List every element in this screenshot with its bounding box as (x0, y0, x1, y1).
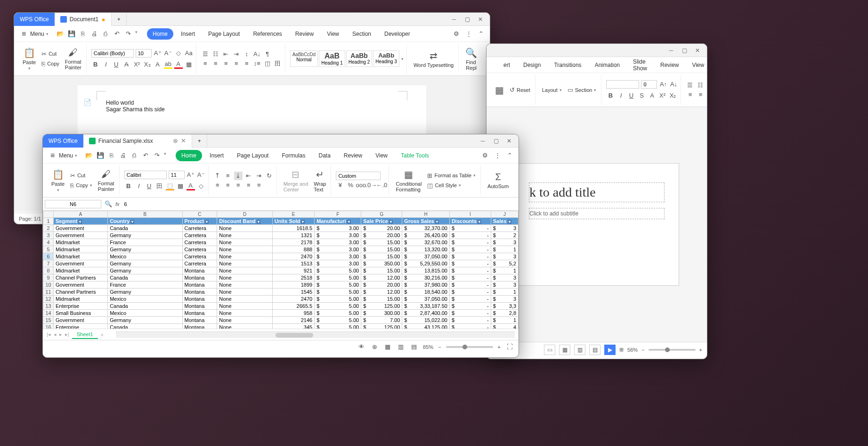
cell[interactable]: 15.00 (361, 267, 402, 274)
tab-review[interactable]: Review (655, 59, 684, 71)
cell[interactable]: 1899 (272, 281, 314, 289)
decrease-font-icon[interactable]: A⁻ (164, 49, 172, 58)
indent-icon[interactable]: ⇥ (706, 81, 707, 90)
decrease-font-icon[interactable]: A⁻ (197, 171, 205, 179)
add-sheet-icon[interactable]: + (101, 332, 104, 338)
filter-icon[interactable]: ▾ (205, 220, 209, 224)
cell[interactable]: Mexico (108, 310, 182, 317)
filter-icon[interactable]: ▾ (347, 220, 351, 224)
text-effect-icon[interactable]: A (154, 60, 162, 69)
cell[interactable]: 5.00 (315, 274, 361, 281)
cell[interactable]: 5.00 (315, 303, 361, 310)
slideshow-button[interactable]: ▶ (604, 345, 616, 355)
qat-dropdown-icon[interactable]: ▾ (164, 151, 166, 160)
qat-dropdown-icon[interactable]: ▾ (135, 30, 138, 38)
cell[interactable]: Midmarket (54, 253, 108, 260)
titlebar[interactable]: WPS Office Financial Sample.xlsx ⊗ ✕ + ─… (43, 134, 519, 148)
cell[interactable]: 2146 (272, 317, 314, 324)
more-icon[interactable]: ⋮ (493, 151, 502, 160)
tab-design[interactable]: Design (518, 59, 546, 71)
new-slide-button[interactable]: ▦ (493, 83, 506, 97)
undo-icon[interactable]: ↶ (141, 151, 150, 160)
col-header[interactable]: I (449, 211, 491, 218)
cell[interactable]: 5,29,550.00 (402, 260, 450, 267)
paste-button[interactable]: 📋Paste▾ (21, 46, 38, 72)
titlebar[interactable]: WPS Office Document1 ● + ─ ▢ ✕ (14, 13, 490, 26)
cell[interactable]: None (217, 253, 273, 260)
orientation-icon[interactable]: ↻ (265, 172, 274, 180)
italic-icon[interactable]: I (135, 182, 143, 190)
document-tab[interactable]: Document1 ● (55, 13, 112, 26)
close-button[interactable]: ✕ (503, 135, 515, 147)
tab-view[interactable]: View (686, 59, 707, 71)
cell[interactable]: 2665.5 (272, 303, 314, 310)
cell[interactable]: 958 (272, 310, 314, 317)
cell[interactable]: 1618.5 (272, 225, 314, 232)
cell[interactable]: 15.00 (361, 239, 402, 246)
document-tab[interactable]: Financial Sample.xlsx ⊗ ✕ (83, 134, 192, 148)
cell[interactable]: Germany (108, 232, 182, 239)
style-more-icon[interactable]: ▾ (401, 57, 404, 61)
cell[interactable]: - (449, 310, 491, 317)
table-row[interactable]: 10GovernmentFranceMontanaNone18995.0020.… (43, 281, 519, 289)
cell[interactable]: 1 (491, 246, 518, 253)
bold-icon[interactable]: B (124, 182, 133, 190)
table-header[interactable]: Segment▾ (54, 218, 108, 225)
tab-slideshow[interactable]: Slide Show (627, 56, 653, 74)
align-center-icon[interactable]: ≡ (224, 181, 232, 190)
tab-animation[interactable]: Animation (589, 59, 625, 71)
format-painter-button[interactable]: 🖌Format Painter (63, 46, 83, 71)
col-header[interactable]: C (182, 211, 217, 218)
tab-page-layout[interactable]: Page Layout (203, 28, 245, 40)
cell[interactable]: 2178 (272, 239, 314, 246)
cell[interactable]: 12.00 (361, 274, 402, 281)
table-header[interactable]: Discount Band▾ (217, 218, 273, 225)
cell[interactable]: Channel Partners (54, 274, 108, 281)
filter-icon[interactable]: ▾ (301, 220, 305, 224)
font-color-icon[interactable]: A (648, 91, 656, 100)
cell[interactable]: 921 (272, 267, 314, 274)
sorter-view-icon[interactable]: ▦ (559, 345, 570, 355)
row-header[interactable]: 5 (43, 246, 54, 253)
table-row[interactable]: 2GovernmentCanadaCarreteraNone1618.53.00… (43, 225, 519, 232)
menu-button[interactable]: Menu▾ (48, 149, 80, 162)
currency-icon[interactable]: ¥ (336, 181, 344, 190)
cell[interactable]: 15.00 (361, 253, 402, 260)
cell[interactable]: 3.00 (315, 239, 361, 246)
strikethrough-icon[interactable]: A̶ (122, 60, 131, 69)
cell[interactable]: Montana (182, 281, 217, 289)
tab-insert[interactable]: Insert (175, 28, 201, 40)
cell[interactable]: 5.00 (315, 289, 361, 296)
cell[interactable]: 3.00 (315, 232, 361, 239)
cell[interactable]: Government (54, 317, 108, 324)
tab-transitions[interactable]: Transitions (548, 59, 587, 71)
cell[interactable]: 1513 (272, 260, 314, 267)
sheet-grid[interactable]: ABCDEFGHIJ1Segment▾Country▾Product▾Disco… (43, 211, 519, 329)
cell[interactable]: None (217, 324, 273, 329)
gear-icon[interactable]: ⚙ (481, 151, 489, 160)
conditional-formatting-button[interactable]: ▦Conditional Formatting (394, 168, 423, 193)
new-tab-button[interactable]: + (112, 13, 127, 26)
cell[interactable]: 20.00 (361, 232, 402, 239)
cell[interactable]: 125.00 (361, 324, 402, 329)
superscript-icon[interactable]: X² (658, 91, 666, 100)
cell[interactable]: 20.00 (361, 281, 402, 289)
font-name-input[interactable] (606, 80, 639, 89)
horizontal-scrollbar[interactable] (116, 331, 515, 338)
style-normal[interactable]: AaBbCcDdNormal (290, 50, 318, 67)
cell[interactable]: None (217, 303, 273, 310)
more-icon[interactable]: ⋮ (464, 30, 473, 38)
format-as-table-button[interactable]: ⊞Format as Table▾ (425, 171, 478, 180)
word-typesetting-button[interactable]: ⇄Word Typesetting (412, 49, 455, 69)
cell[interactable]: - (449, 260, 491, 267)
table-row[interactable]: 9Channel PartnersCanadaMontanaNone25185.… (43, 274, 519, 281)
cell[interactable]: 3 (491, 274, 518, 281)
number-format-input[interactable] (336, 172, 381, 180)
align-right-icon[interactable]: ≡ (706, 91, 707, 99)
close-x-icon[interactable]: ✕ (181, 137, 186, 144)
sheet-prev-icon[interactable]: ◂ (54, 331, 57, 338)
table-row[interactable]: 16EnterpriseCanadaMontanaNone3455.00125.… (43, 324, 519, 329)
print-preview-icon[interactable]: ⎙ (101, 30, 110, 38)
target-icon[interactable]: ⊕ (370, 343, 379, 351)
font-color-icon[interactable]: A (187, 182, 195, 190)
